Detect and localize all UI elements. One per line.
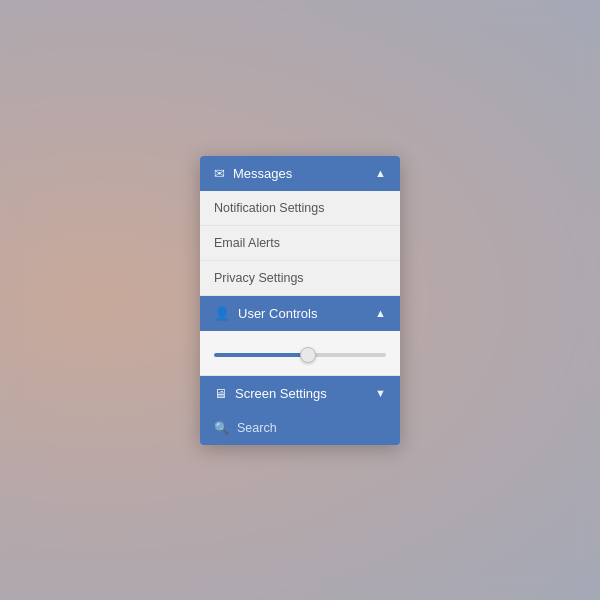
list-item-privacy-settings[interactable]: Privacy Settings	[200, 261, 400, 296]
section-header-screen-settings[interactable]: 🖥 Screen Settings ▼	[200, 376, 400, 411]
section-header-messages[interactable]: ✉ Messages ▲	[200, 156, 400, 191]
screen-settings-chevron: ▼	[375, 387, 386, 399]
list-item-email-alerts[interactable]: Email Alerts	[200, 226, 400, 261]
user-controls-slider[interactable]	[214, 353, 386, 357]
search-item[interactable]: 🔍 Search	[200, 411, 400, 445]
search-label: Search	[237, 421, 277, 435]
screen-settings-icon: 🖥	[214, 386, 227, 401]
messages-chevron: ▲	[375, 167, 386, 179]
email-alerts-label: Email Alerts	[214, 236, 280, 250]
user-controls-label: User Controls	[238, 306, 317, 321]
slider-section	[200, 331, 400, 376]
list-item-notification-settings[interactable]: Notification Settings	[200, 191, 400, 226]
notification-settings-label: Notification Settings	[214, 201, 324, 215]
search-icon: 🔍	[214, 421, 229, 435]
messages-label: Messages	[233, 166, 292, 181]
messages-icon: ✉	[214, 166, 225, 181]
section-header-user-controls[interactable]: 👤 User Controls ▲	[200, 296, 400, 331]
user-controls-chevron: ▲	[375, 307, 386, 319]
user-controls-icon: 👤	[214, 306, 230, 321]
privacy-settings-label: Privacy Settings	[214, 271, 304, 285]
screen-settings-label: Screen Settings	[235, 386, 327, 401]
menu-container: ✉ Messages ▲ Notification Settings Email…	[200, 156, 400, 445]
